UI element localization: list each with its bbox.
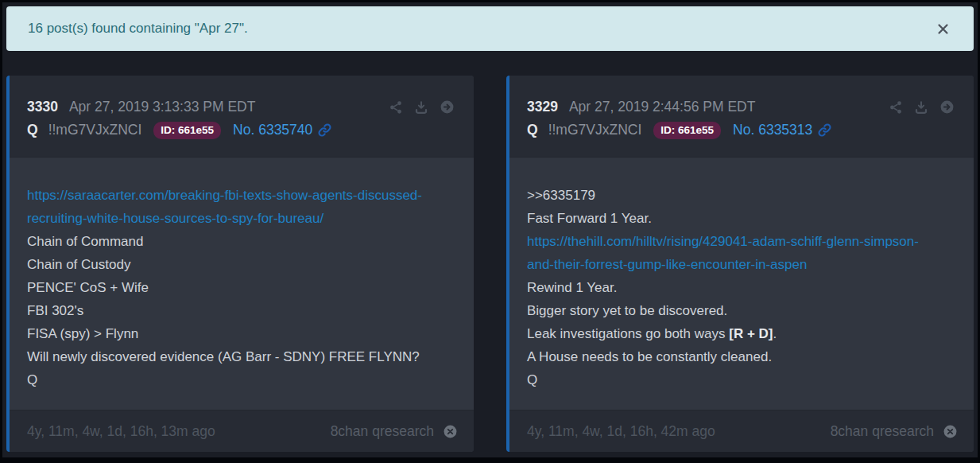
post-body-line: Fast Forward 1 Year.	[527, 207, 938, 230]
post-body-line: https://saraacarter.com/breaking-fbi-tex…	[27, 184, 438, 230]
post-header-row-2: Q !!mG7VJxZNCI ID: 661e55 No. 6335740	[27, 119, 455, 142]
link-icon[interactable]	[818, 123, 831, 137]
post-number: 3330	[27, 99, 58, 115]
post-body-line: Q	[527, 368, 938, 391]
post-actions	[389, 99, 455, 115]
post-body-line: FBI 302's	[27, 299, 438, 322]
post-header-row-1: 3329 Apr 27, 2019 2:44:56 PM EDT	[527, 95, 955, 119]
circle-x-icon[interactable]	[943, 424, 958, 439]
close-icon[interactable]	[936, 22, 950, 36]
post-body-line: Leak investigations go both ways [R + D]…	[527, 322, 938, 345]
post-body-line: Chain of Custody	[27, 253, 438, 276]
post-age: 4y, 11m, 4w, 1d, 16h, 13m ago	[27, 423, 331, 440]
post-number: 3329	[527, 99, 558, 115]
post-body-line: Will newly discovered evidence (AG Barr …	[27, 345, 438, 368]
external-link[interactable]: https://thehill.com/hilltv/rising/429041…	[527, 234, 919, 272]
post-body-line: Bigger story yet to be discovered.	[527, 299, 938, 322]
search-result-message: 16 post(s) found containing "Apr 27".	[28, 21, 936, 37]
post-number-link[interactable]: No. 6335313	[733, 122, 812, 138]
post-footer: 4y, 11m, 4w, 1d, 16h, 42m ago 8chan qres…	[509, 410, 974, 452]
post-header-row-1: 3330 Apr 27, 2019 3:13:33 PM EDT	[27, 95, 455, 119]
arrow-circle-right-icon[interactable]	[939, 99, 955, 115]
post-header: 3329 Apr 27, 2019 2:44:56 PM EDT	[509, 76, 974, 158]
post-card: 3330 Apr 27, 2019 3:13:33 PM EDT	[6, 76, 474, 452]
post-body-line: Q	[27, 368, 438, 391]
download-icon[interactable]	[414, 100, 428, 115]
post-source: 8chan qresearch	[331, 423, 458, 440]
link-icon[interactable]	[318, 123, 331, 137]
post-body-line: FISA (spy) > Flynn	[27, 322, 438, 345]
post-header: 3330 Apr 27, 2019 3:13:33 PM EDT	[10, 76, 474, 158]
post-body: https://saraacarter.com/breaking-fbi-tex…	[10, 158, 474, 410]
post-actions	[889, 99, 955, 115]
post-body-line: A House needs to be constantly cleaned.	[527, 345, 938, 368]
share-icon[interactable]	[889, 100, 903, 115]
post-tripcode: !!mG7VJxZNCI	[548, 122, 642, 138]
post-age: 4y, 11m, 4w, 1d, 16h, 42m ago	[527, 423, 831, 440]
post-author: Q	[527, 122, 538, 138]
download-icon[interactable]	[914, 100, 928, 115]
post-source-label: 8chan qresearch	[331, 423, 434, 440]
post-source-label: 8chan qresearch	[831, 423, 934, 440]
post-number-link[interactable]: No. 6335740	[233, 122, 312, 138]
posts-grid: 3330 Apr 27, 2019 3:13:33 PM EDT	[6, 76, 974, 452]
post-timestamp: Apr 27, 2019 2:44:56 PM EDT	[569, 99, 755, 115]
circle-x-icon[interactable]	[443, 424, 458, 439]
post-body-line: PENCE' CoS + Wife	[27, 276, 438, 299]
share-icon[interactable]	[389, 100, 403, 115]
poster-id-badge[interactable]: ID: 661e55	[653, 122, 721, 139]
page: 16 post(s) found containing "Apr 27". 33…	[2, 2, 978, 457]
post-body-line: https://thehill.com/hilltv/rising/429041…	[527, 230, 938, 276]
search-result-banner: 16 post(s) found containing "Apr 27".	[6, 6, 974, 51]
post-body-line: Chain of Command	[27, 230, 438, 253]
post-author: Q	[27, 122, 38, 138]
post-header-row-2: Q !!mG7VJxZNCI ID: 661e55 No. 6335313	[527, 119, 955, 142]
post-card: 3329 Apr 27, 2019 2:44:56 PM EDT	[506, 76, 974, 452]
poster-id-badge[interactable]: ID: 661e55	[153, 122, 221, 139]
post-source: 8chan qresearch	[831, 423, 958, 440]
post-body: >>6335179Fast Forward 1 Year.https://the…	[509, 158, 974, 410]
external-link[interactable]: https://saraacarter.com/breaking-fbi-tex…	[27, 188, 422, 226]
post-footer: 4y, 11m, 4w, 1d, 16h, 13m ago 8chan qres…	[10, 410, 474, 452]
post-body-line: Rewind 1 Year.	[527, 276, 938, 299]
post-body-line: >>6335179	[527, 184, 938, 207]
post-tripcode: !!mG7VJxZNCI	[48, 122, 142, 138]
arrow-circle-right-icon[interactable]	[440, 99, 455, 115]
post-timestamp: Apr 27, 2019 3:13:33 PM EDT	[69, 99, 255, 115]
